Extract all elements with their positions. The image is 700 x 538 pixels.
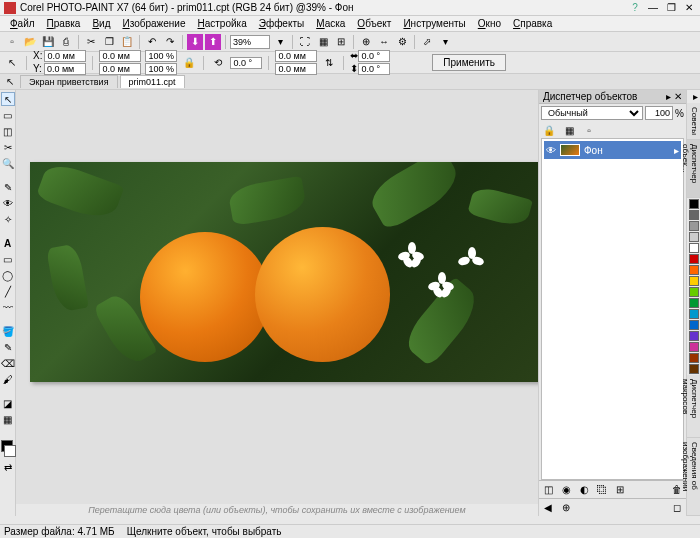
spinner-icon[interactable]: ⇅ <box>321 55 337 71</box>
menu-правка[interactable]: Правка <box>41 18 87 29</box>
mask-rect-tool[interactable]: ▭ <box>1 108 15 122</box>
rotation-input[interactable] <box>230 57 262 69</box>
menu-вид[interactable]: Вид <box>86 18 116 29</box>
cut-button[interactable]: ✂ <box>83 34 99 50</box>
brush-tool[interactable]: 🖌 <box>1 372 15 386</box>
menu-настройка[interactable]: Настройка <box>191 18 252 29</box>
palette-swatch[interactable] <box>689 353 699 363</box>
clone-tool[interactable]: ✎ <box>1 180 15 194</box>
new-button[interactable]: ▫ <box>4 34 20 50</box>
palette-swatch[interactable] <box>689 287 699 297</box>
panel-menu-icon[interactable]: ▸ <box>666 91 671 102</box>
layer-menu-icon[interactable]: ▸ <box>674 145 679 156</box>
app-dropdown-icon[interactable]: ▾ <box>437 34 453 50</box>
layer-background[interactable]: 👁 Фон ▸ <box>544 141 681 159</box>
fullscreen-button[interactable]: ⛶ <box>297 34 313 50</box>
new-lens-icon[interactable]: ◉ <box>559 483 573 497</box>
palette-swatch[interactable] <box>689 276 699 286</box>
transparency-tool[interactable]: ▦ <box>1 412 15 426</box>
palette-swatch[interactable] <box>689 210 699 220</box>
canvas-area[interactable]: Перетащите сюда цвета (или объекты), что… <box>16 90 538 516</box>
menu-справка[interactable]: Справка <box>507 18 558 29</box>
nav-target-icon[interactable]: ⊕ <box>559 501 573 515</box>
touch-tool[interactable]: ✧ <box>1 212 15 226</box>
new-object-icon[interactable]: ◫ <box>541 483 555 497</box>
zoom-input[interactable] <box>230 35 270 49</box>
palette-swatch[interactable] <box>689 298 699 308</box>
open-button[interactable]: 📂 <box>22 34 38 50</box>
snap-button[interactable]: ⊕ <box>358 34 374 50</box>
launch-button[interactable]: ⬀ <box>419 34 435 50</box>
zoom-dropdown-icon[interactable]: ▾ <box>272 34 288 50</box>
zoom-tool[interactable]: 🔍 <box>1 156 15 170</box>
nav-square-icon[interactable]: ◻ <box>670 501 684 515</box>
ellipse-tool[interactable]: ◯ <box>1 268 15 282</box>
combine-icon[interactable]: ⊞ <box>613 483 627 497</box>
export-button[interactable]: ⬆ <box>205 34 221 50</box>
menu-изображение[interactable]: Изображение <box>116 18 191 29</box>
swap-colors-icon[interactable]: ⇄ <box>1 460 15 474</box>
width-input[interactable] <box>99 50 141 62</box>
lock-transparency-icon[interactable]: 🔒 <box>541 122 557 138</box>
background-swatch[interactable] <box>4 445 16 457</box>
rulers-button[interactable]: ▦ <box>315 34 331 50</box>
help-icon[interactable]: ? <box>628 2 642 14</box>
tab-welcome[interactable]: Экран приветствия <box>20 75 118 88</box>
palette-swatch[interactable] <box>689 364 699 374</box>
minimize-button[interactable]: — <box>646 2 660 14</box>
y-input[interactable] <box>44 63 86 75</box>
layers-list[interactable]: 👁 Фон ▸ <box>541 138 684 480</box>
visibility-icon[interactable]: 👁 <box>546 145 556 156</box>
paste-button[interactable]: 📋 <box>119 34 135 50</box>
mask-transform-tool[interactable]: ◫ <box>1 124 15 138</box>
text-tool[interactable]: A <box>1 236 15 250</box>
skew-h-input[interactable] <box>358 50 390 62</box>
strip-tab-macros[interactable]: Диспетчер макросов <box>687 375 700 438</box>
palette-swatch[interactable] <box>689 254 699 264</box>
pick-tool-icon[interactable]: ↖ <box>4 55 20 71</box>
menu-эффекты[interactable]: Эффекты <box>253 18 310 29</box>
palette-swatch[interactable] <box>689 309 699 319</box>
grid-button[interactable]: ⊞ <box>333 34 349 50</box>
nav-left-icon[interactable]: ◀ <box>541 501 555 515</box>
palette-swatch[interactable] <box>689 221 699 231</box>
import-button[interactable]: ⬇ <box>187 34 203 50</box>
skew-v-input[interactable] <box>358 63 390 75</box>
document-image[interactable] <box>30 162 538 382</box>
apply-button[interactable]: Применить <box>432 54 506 71</box>
undo-button[interactable]: ↶ <box>144 34 160 50</box>
new-mask-icon[interactable]: ◐ <box>577 483 591 497</box>
close-button[interactable]: ✕ <box>682 2 696 14</box>
clip-group-icon[interactable]: ▦ <box>561 122 577 138</box>
fill-tool[interactable]: 🪣 <box>1 324 15 338</box>
rect-tool[interactable]: ▭ <box>1 252 15 266</box>
dx-input[interactable] <box>275 50 317 62</box>
palette-swatch[interactable] <box>689 331 699 341</box>
opacity-input[interactable] <box>645 106 673 120</box>
strip-tab-objects[interactable]: Диспетчер объек... <box>687 140 700 198</box>
eraser-tool[interactable]: ⌫ <box>1 356 15 370</box>
print-button[interactable]: ⎙ <box>58 34 74 50</box>
dy-input[interactable] <box>275 63 317 75</box>
path-tool[interactable]: 〰 <box>1 300 15 314</box>
menu-файл[interactable]: Файл <box>4 18 41 29</box>
crop-tool[interactable]: ✂ <box>1 140 15 154</box>
maximize-button[interactable]: ❐ <box>664 2 678 14</box>
pick-tool[interactable]: ↖ <box>1 92 15 106</box>
strip-tab-info[interactable]: Сведения об изображении <box>687 438 700 517</box>
redeye-tool[interactable]: 👁 <box>1 196 15 210</box>
panel-close-icon[interactable]: ✕ <box>674 91 682 102</box>
palette-swatch[interactable] <box>689 265 699 275</box>
options-button[interactable]: ⚙ <box>394 34 410 50</box>
show-thumb-icon[interactable]: ▫ <box>581 122 597 138</box>
palette-swatch[interactable] <box>689 199 699 209</box>
lock-ratio-icon[interactable]: 🔒 <box>181 55 197 71</box>
tab-document[interactable]: prim011.cpt <box>120 75 185 88</box>
copy-button[interactable]: ❐ <box>101 34 117 50</box>
tab-nav-icon[interactable]: ↖ <box>2 74 18 90</box>
line-tool[interactable]: ╱ <box>1 284 15 298</box>
scale-y-input[interactable] <box>145 63 177 75</box>
scale-x-input[interactable] <box>145 50 177 62</box>
dropper-tool[interactable]: ✎ <box>1 340 15 354</box>
strip-tab-tips[interactable]: Советы <box>687 103 700 140</box>
